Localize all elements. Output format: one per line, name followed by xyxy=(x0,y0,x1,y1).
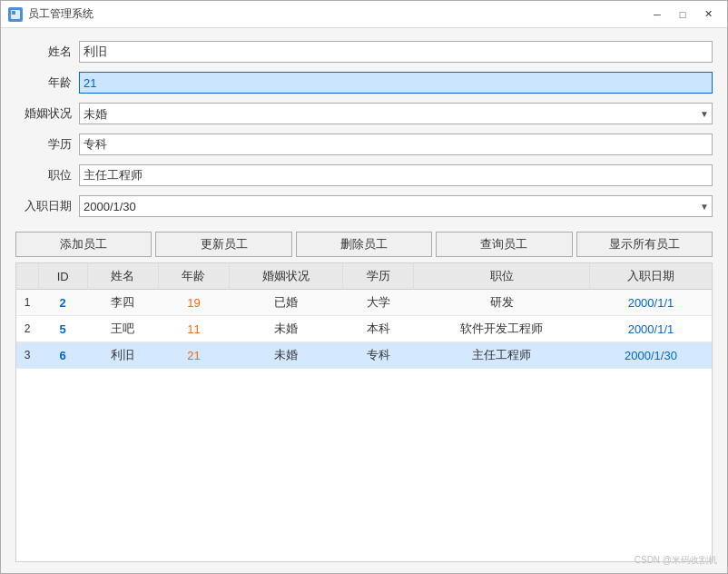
maximize-button[interactable]: □ xyxy=(671,5,694,24)
row-hire-date: 2000/1/1 xyxy=(590,290,712,316)
row-education: 专科 xyxy=(343,342,414,369)
employee-table: ID 姓名 年龄 婚姻状况 学历 职位 入职日期 1 2 李四 19 已婚 xyxy=(16,263,712,369)
marriage-select-wrapper: 未婚 已婚 ▼ xyxy=(79,103,713,124)
age-label: 年龄 xyxy=(15,74,79,91)
row-name: 利旧 xyxy=(87,342,158,369)
age-input[interactable] xyxy=(79,72,713,94)
row-number: 1 xyxy=(16,290,38,316)
hire-date-label: 入职日期 xyxy=(15,198,79,214)
svg-rect-1 xyxy=(12,11,15,15)
table-row[interactable]: 1 2 李四 19 已婚 大学 研发 2000/1/1 xyxy=(16,290,712,316)
app-icon xyxy=(8,7,23,22)
close-button[interactable]: ✕ xyxy=(696,5,720,24)
position-input[interactable] xyxy=(79,164,713,186)
row-age: 11 xyxy=(158,316,229,342)
position-row: 职位 xyxy=(15,163,713,188)
row-education: 本科 xyxy=(343,316,414,342)
table-row[interactable]: 2 5 王吧 11 未婚 本科 软件开发工程师 2000/1/1 xyxy=(16,316,712,342)
row-position: 研发 xyxy=(414,290,590,316)
row-education: 大学 xyxy=(343,290,414,316)
title-bar: 员工管理系统 ─ □ ✕ xyxy=(1,1,727,28)
row-marriage: 未婚 xyxy=(230,342,343,369)
col-name: 姓名 xyxy=(87,263,158,290)
window-controls: ─ □ ✕ xyxy=(645,5,720,24)
marriage-label: 婚姻状况 xyxy=(15,105,79,122)
education-row: 学历 xyxy=(15,132,713,157)
row-position: 软件开发工程师 xyxy=(414,316,590,342)
name-input[interactable] xyxy=(79,41,713,63)
age-row: 年龄 xyxy=(15,70,713,95)
table-row[interactable]: 3 6 利旧 21 未婚 专科 主任工程师 2000/1/30 xyxy=(16,342,712,369)
col-age: 年龄 xyxy=(158,263,229,290)
hire-date-row: 入职日期 2000/1/30 2000/1/1 ▼ xyxy=(15,193,713,219)
row-number: 3 xyxy=(16,342,38,369)
form-content: 姓名 年龄 婚姻状况 未婚 已婚 ▼ xyxy=(1,28,727,573)
table-body: 1 2 李四 19 已婚 大学 研发 2000/1/1 2 5 王吧 11 未婚… xyxy=(16,290,712,369)
row-position: 主任工程师 xyxy=(414,342,590,369)
education-label: 学历 xyxy=(15,136,79,153)
add-employee-button[interactable]: 添加员工 xyxy=(15,232,152,257)
name-label: 姓名 xyxy=(15,44,79,60)
watermark: CSDN @米码收割机 xyxy=(635,554,717,567)
row-marriage: 未婚 xyxy=(230,316,343,342)
row-id: 2 xyxy=(38,290,87,316)
main-window: 员工管理系统 ─ □ ✕ 姓名 年龄 婚姻状况 xyxy=(0,0,728,574)
employee-table-container: ID 姓名 年龄 婚姻状况 学历 职位 入职日期 1 2 李四 19 已婚 xyxy=(15,262,713,562)
marriage-select[interactable]: 未婚 已婚 xyxy=(79,103,713,124)
row-hire-date: 2000/1/30 xyxy=(590,342,712,369)
col-hire-date: 入职日期 xyxy=(590,263,712,290)
col-rownum xyxy=(16,263,38,290)
window-title: 员工管理系统 xyxy=(28,6,645,22)
delete-employee-button[interactable]: 删除员工 xyxy=(296,232,432,257)
row-marriage: 已婚 xyxy=(230,290,343,316)
row-id: 6 xyxy=(38,342,87,369)
show-all-button[interactable]: 显示所有员工 xyxy=(576,232,713,257)
marriage-row: 婚姻状况 未婚 已婚 ▼ xyxy=(15,101,713,126)
name-row: 姓名 xyxy=(15,39,713,64)
row-name: 李四 xyxy=(87,290,158,316)
row-age: 19 xyxy=(158,290,229,316)
update-employee-button[interactable]: 更新员工 xyxy=(155,232,291,257)
minimize-button[interactable]: ─ xyxy=(645,5,669,24)
hire-date-select-wrapper: 2000/1/30 2000/1/1 ▼ xyxy=(79,195,713,217)
education-input[interactable] xyxy=(79,134,713,155)
position-label: 职位 xyxy=(15,167,79,183)
row-name: 王吧 xyxy=(87,316,158,342)
col-id: ID xyxy=(38,263,87,290)
hire-date-select[interactable]: 2000/1/30 2000/1/1 xyxy=(79,195,713,217)
row-hire-date: 2000/1/1 xyxy=(590,316,712,342)
action-buttons: 添加员工 更新员工 删除员工 查询员工 显示所有员工 xyxy=(15,232,713,257)
query-employee-button[interactable]: 查询员工 xyxy=(436,232,572,257)
table-header-row: ID 姓名 年龄 婚姻状况 学历 职位 入职日期 xyxy=(16,263,712,290)
col-marriage: 婚姻状况 xyxy=(230,263,343,290)
col-education: 学历 xyxy=(343,263,414,290)
row-id: 5 xyxy=(38,316,87,342)
col-position: 职位 xyxy=(414,263,590,290)
row-number: 2 xyxy=(16,316,38,342)
row-age: 21 xyxy=(158,342,229,369)
